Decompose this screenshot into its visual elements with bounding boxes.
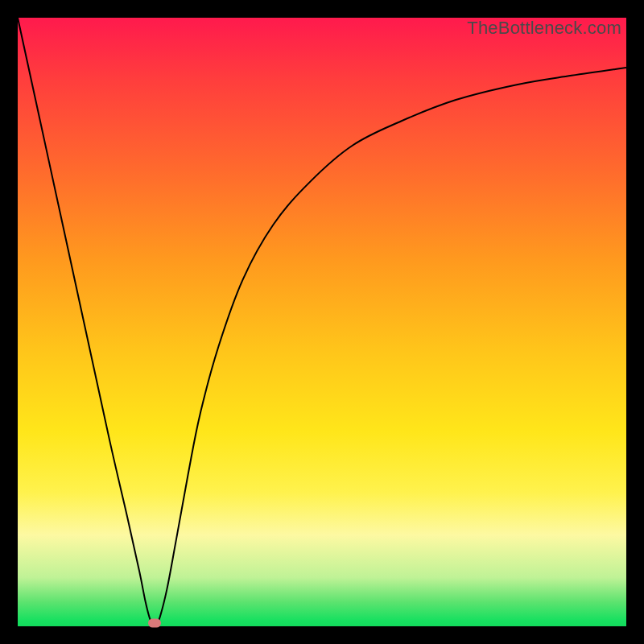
- minimum-marker: [148, 619, 161, 628]
- chart-frame: TheBottleneck.com: [0, 0, 644, 644]
- curve-svg: [18, 18, 626, 626]
- bottleneck-curve-path: [18, 18, 626, 626]
- plot-area: TheBottleneck.com: [18, 18, 626, 626]
